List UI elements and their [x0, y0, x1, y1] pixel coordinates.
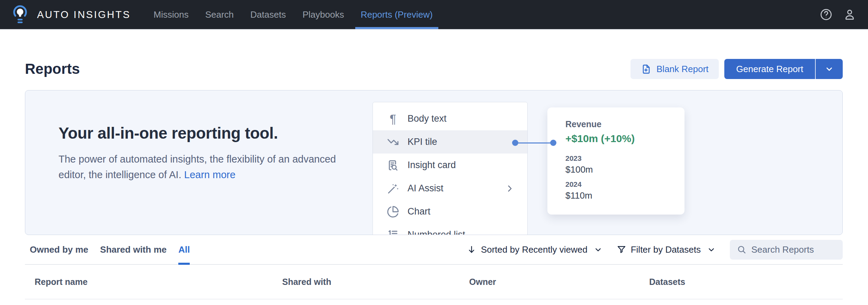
trending-down-icon	[387, 136, 399, 148]
menu-item-kpi-tile: KPI tile	[373, 130, 527, 154]
pilcrow-icon: ¶	[387, 113, 399, 125]
sort-label: Sorted by Recently viewed	[481, 244, 588, 255]
filter-by-datasets-button[interactable]: Filter by Datasets	[617, 244, 715, 255]
top-bar: AUTO INSIGHTS Missions Search Datasets P…	[0, 0, 868, 30]
block-menu-panel: ¶ Body text KPI tile	[373, 102, 528, 235]
hero-text: Your all-in-one reporting tool. The powe…	[59, 124, 370, 183]
chevron-down-icon	[707, 246, 715, 254]
generate-report-dropdown-button[interactable]	[815, 59, 843, 79]
nav-item-playbooks[interactable]: Playbooks	[301, 0, 346, 29]
page-header: Reports Blank Report Generate Report	[25, 58, 843, 80]
sort-button[interactable]: Sorted by Recently viewed	[467, 244, 602, 255]
menu-item-insight-card: Insight card	[373, 154, 527, 177]
hero-title: Your all-in-one reporting tool.	[59, 124, 370, 142]
main-content: Reports Blank Report Generate Report	[0, 58, 868, 299]
nav-item-search[interactable]: Search	[203, 0, 236, 29]
connector-line	[512, 140, 556, 146]
kpi-year-2024: 2024	[565, 180, 684, 189]
search-reports-input[interactable]	[751, 244, 836, 255]
menu-item-ai-assist: AI Assist	[373, 177, 527, 200]
column-shared-with: Shared with	[282, 277, 469, 287]
hero-subtitle: The power of automated insights, the fle…	[59, 151, 356, 183]
chevron-right-icon	[505, 184, 514, 193]
kpi-value-2024: $110m	[565, 190, 684, 201]
tab-owned-by-me[interactable]: Owned by me	[30, 235, 88, 264]
nav-item-datasets[interactable]: Datasets	[248, 0, 288, 29]
kpi-title: Revenue	[565, 119, 684, 129]
arrow-down-icon	[467, 245, 476, 254]
search-reports-box	[730, 240, 843, 260]
blank-report-button[interactable]: Blank Report	[630, 59, 719, 79]
app-root: AUTO INSIGHTS Missions Search Datasets P…	[0, 0, 868, 305]
nav-item-missions[interactable]: Missions	[152, 0, 191, 29]
help-icon[interactable]	[820, 8, 833, 21]
nav-item-reports-preview[interactable]: Reports (Preview)	[359, 0, 435, 29]
column-report-name: Report name	[35, 277, 282, 287]
user-icon[interactable]	[843, 8, 856, 21]
column-datasets: Datasets	[649, 277, 843, 287]
document-plus-icon	[641, 64, 652, 75]
brand-home-link[interactable]: AUTO INSIGHTS	[11, 0, 131, 29]
column-owner: Owner	[469, 277, 649, 287]
search-icon	[737, 245, 746, 254]
lightbulb-logo-icon	[11, 5, 29, 25]
funnel-icon	[617, 245, 626, 254]
list-controls: Sorted by Recently viewed Filter by Data…	[467, 240, 843, 260]
tab-shared-with-me[interactable]: Shared with me	[100, 235, 167, 264]
reports-table-header: Report name Shared with Owner Datasets	[25, 265, 843, 299]
menu-item-body-text: ¶ Body text	[373, 107, 527, 130]
pie-chart-icon	[387, 206, 399, 218]
generate-report-button[interactable]: Generate Report	[724, 59, 815, 79]
menu-item-chart: Chart	[373, 200, 527, 223]
filter-label: Filter by Datasets	[631, 244, 701, 255]
promo-banner: Your all-in-one reporting tool. The powe…	[25, 90, 843, 235]
page-actions: Blank Report Generate Report	[630, 59, 843, 79]
kpi-tile-card: Revenue +$10m (+10%) 2023 $100m 2024 $11…	[547, 107, 684, 215]
ownership-tabs: Owned by me Shared with me All	[25, 235, 190, 264]
chevron-down-icon	[594, 246, 602, 254]
numbered-list-icon	[387, 229, 399, 235]
tab-all[interactable]: All	[178, 235, 190, 264]
topbar-right	[820, 8, 856, 21]
menu-item-numbered-list: Numbered list	[373, 223, 527, 235]
chevron-down-icon	[825, 64, 834, 73]
blank-report-label: Blank Report	[656, 64, 708, 75]
kpi-year-2023: 2023	[565, 154, 684, 163]
kpi-value-2023: $100m	[565, 164, 684, 175]
document-search-icon	[387, 159, 399, 172]
magic-wand-icon	[387, 182, 399, 195]
brand-name: AUTO INSIGHTS	[37, 9, 131, 20]
kpi-delta: +$10m (+10%)	[565, 133, 684, 145]
page-title: Reports	[25, 61, 80, 77]
connector-dot-right	[550, 140, 556, 146]
list-toolbar: Owned by me Shared with me All Sorted by…	[25, 235, 843, 265]
learn-more-link[interactable]: Learn more	[184, 169, 235, 180]
primary-nav: Missions Search Datasets Playbooks Repor…	[152, 0, 435, 29]
generate-report-split-button: Generate Report	[724, 59, 843, 79]
